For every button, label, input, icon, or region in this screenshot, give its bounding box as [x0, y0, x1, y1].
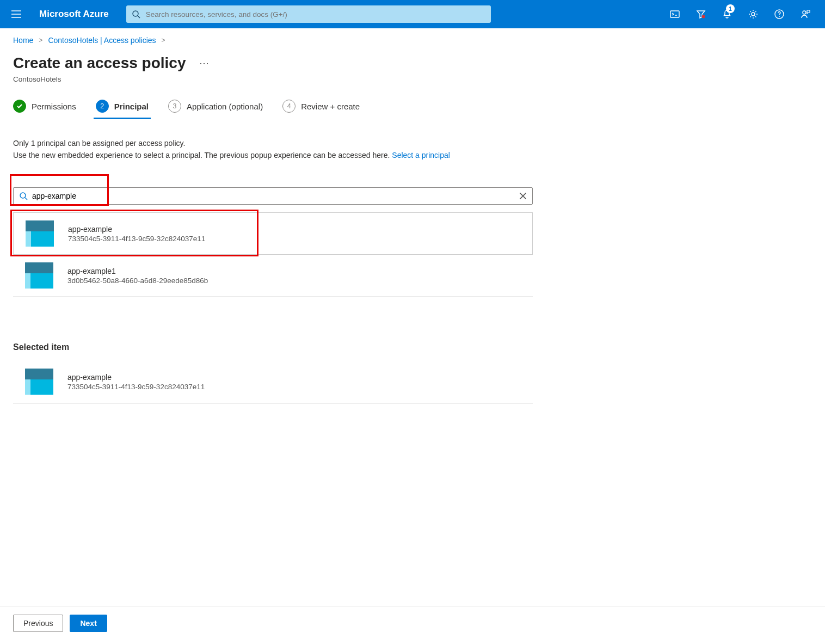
- clear-search-button[interactable]: [518, 191, 528, 201]
- app-icon: [25, 262, 53, 289]
- help-button[interactable]: [766, 0, 792, 28]
- result-name: app-example1: [67, 267, 208, 275]
- brand-label: Microsoft Azure: [39, 9, 109, 20]
- desc-line-2: Use the new embedded experience to selec…: [13, 150, 535, 162]
- step-label: Permissions: [32, 102, 76, 111]
- step-description: Only 1 principal can be assigned per acc…: [13, 138, 535, 161]
- search-icon: [132, 10, 140, 19]
- filter-icon: [695, 9, 706, 20]
- notification-badge: 1: [726, 4, 735, 13]
- svg-point-4: [702, 15, 705, 19]
- page-title: Create an access policy: [13, 54, 186, 72]
- step-label: Application (optional): [187, 102, 263, 111]
- svg-line-1: [138, 16, 140, 18]
- selected-section-title: Selected item: [13, 342, 533, 352]
- result-guid: 3d0b5462-50a8-4660-a6d8-29eede85d86b: [67, 277, 208, 285]
- cloud-shell-icon: [669, 9, 680, 20]
- desc-line-2-text: Use the new embedded experience to selec…: [13, 151, 392, 160]
- svg-point-8: [803, 11, 806, 14]
- chevron-right-icon: >: [162, 36, 165, 44]
- person-feedback-icon: [800, 9, 811, 20]
- principal-result-list: app-example 733504c5-3911-4f13-9c59-32c8…: [13, 212, 533, 297]
- result-name: app-example: [68, 225, 205, 234]
- settings-button[interactable]: [740, 0, 766, 28]
- step-label: Principal: [114, 102, 149, 111]
- page-title-row: Create an access policy ⋯: [13, 54, 812, 72]
- filter-button[interactable]: [688, 0, 714, 28]
- breadcrumb: Home > ContosoHotels | Access policies >: [13, 36, 812, 45]
- wizard-steps: Permissions 2 Principal 3 Application (o…: [13, 100, 812, 118]
- selected-guid: 733504c5-3911-4f13-9c59-32c824037e11: [67, 383, 205, 391]
- principal-search-box: [13, 187, 533, 205]
- result-item-app-example[interactable]: app-example 733504c5-3911-4f13-9c59-32c8…: [13, 212, 533, 255]
- topbar-icon-group: 1: [662, 0, 818, 28]
- selected-name: app-example: [67, 373, 205, 382]
- principal-search-input[interactable]: [28, 192, 518, 200]
- svg-point-7: [779, 16, 780, 17]
- hamburger-icon: [11, 10, 21, 18]
- result-item-app-example1[interactable]: app-example1 3d0b5462-50a8-4660-a6d8-29e…: [13, 255, 533, 297]
- svg-point-0: [133, 11, 138, 16]
- breadcrumb-home[interactable]: Home: [13, 36, 33, 45]
- topbar: Microsoft Azure 1: [0, 0, 825, 28]
- step-application[interactable]: 3 Application (optional): [168, 100, 263, 118]
- svg-line-10: [25, 198, 27, 200]
- gear-icon: [748, 9, 759, 20]
- help-icon: [774, 9, 785, 20]
- cloud-shell-button[interactable]: [662, 0, 688, 28]
- search-icon: [19, 192, 28, 200]
- content-area: Home > ContosoHotels | Access policies >…: [0, 28, 825, 447]
- feedback-button[interactable]: [792, 0, 818, 28]
- check-icon: [13, 100, 26, 113]
- notifications-button[interactable]: 1: [714, 0, 740, 28]
- desc-line-1: Only 1 principal can be assigned per acc…: [13, 138, 535, 150]
- svg-point-9: [20, 193, 26, 198]
- breadcrumb-access-policies[interactable]: ContosoHotels | Access policies: [48, 36, 156, 45]
- step-permissions[interactable]: Permissions: [13, 100, 76, 118]
- step-principal[interactable]: 2 Principal: [96, 100, 149, 118]
- global-search-input[interactable]: [126, 5, 491, 23]
- principal-search-container: [13, 187, 533, 205]
- selected-item-section: Selected item app-example 733504c5-3911-…: [13, 342, 533, 404]
- select-principal-link[interactable]: Select a principal: [392, 151, 450, 160]
- result-guid: 733504c5-3911-4f13-9c59-32c824037e11: [68, 235, 205, 243]
- app-icon: [26, 220, 54, 247]
- more-actions-button[interactable]: ⋯: [196, 57, 212, 69]
- app-icon: [25, 369, 53, 395]
- hamburger-menu-button[interactable]: [7, 4, 26, 24]
- global-search: [126, 5, 491, 23]
- svg-rect-2: [670, 11, 679, 17]
- step-number-icon: 2: [96, 100, 109, 113]
- step-review[interactable]: 4 Review + create: [282, 100, 360, 118]
- chevron-right-icon: >: [39, 36, 42, 44]
- selected-item: app-example 733504c5-3911-4f13-9c59-32c8…: [13, 363, 533, 404]
- page-subtitle: ContosoHotels: [13, 75, 812, 83]
- svg-point-5: [752, 13, 755, 16]
- step-number-icon: 3: [168, 100, 181, 113]
- step-number-icon: 4: [282, 100, 295, 113]
- step-label: Review + create: [301, 102, 360, 111]
